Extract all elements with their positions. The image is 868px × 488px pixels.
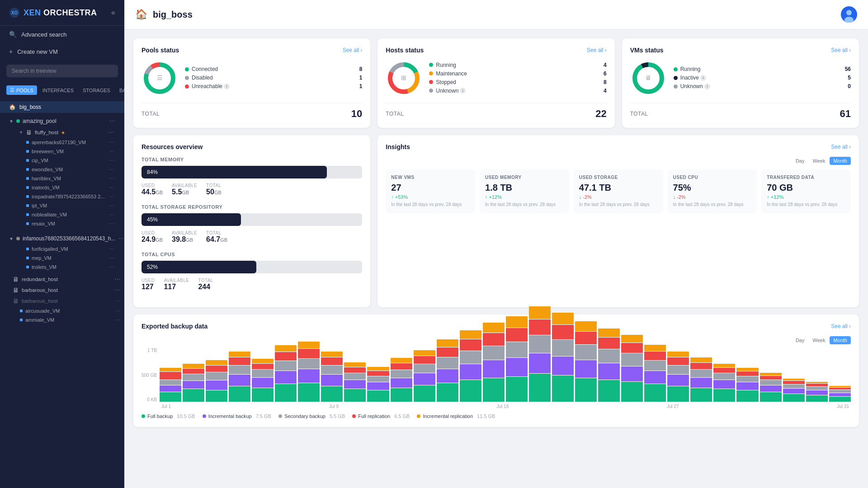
user-avatar[interactable] — [841, 6, 857, 23]
create-vm-item[interactable]: + Create new VM — [0, 43, 124, 60]
vm-more-icon[interactable]: ⋯ — [109, 166, 114, 173]
host-redundant[interactable]: 🖥 redundant_host ⋯ — [0, 274, 124, 285]
vm-ipt[interactable]: ipt_VM⋯ — [6, 201, 118, 210]
vm-ewondles[interactable]: ewondles_VM⋯ — [6, 165, 118, 174]
vm-inspadrate[interactable]: inspadrate789754223366553 2...⋯ — [6, 192, 118, 201]
advanced-search-item[interactable]: 🔍 Advanced search — [0, 26, 124, 43]
trend-up-icon: ↑ — [391, 194, 394, 200]
vm-more-icon[interactable]: ⋯ — [109, 175, 114, 182]
storage-pct-label: 45% — [147, 216, 158, 223]
vm-more-icon[interactable]: ⋯ — [109, 255, 114, 261]
tab-interfaces[interactable]: INTERFACES — [39, 85, 77, 95]
host-more-icon[interactable]: ⋯ — [114, 286, 121, 294]
vm-more-icon[interactable]: ⋯ — [109, 211, 114, 218]
vm-more-icon[interactable]: ⋯ — [109, 221, 114, 227]
pool-amazing_pool-header[interactable]: ▼ amazing_pool ⋯ — [6, 115, 118, 127]
pool-more-icon[interactable]: ⋯ — [118, 235, 124, 242]
vm-mep[interactable]: mep_VM⋯ — [6, 253, 118, 263]
sidebar-collapse-button[interactable]: « — [111, 9, 115, 17]
insights-header: Insights See all › — [386, 143, 851, 150]
info-icon[interactable]: i — [704, 84, 710, 89]
vm-furificigalled[interactable]: furificigalled_VM⋯ — [6, 244, 118, 253]
search-icon: 🔍 — [9, 31, 17, 38]
status-label-vms-unknown: Unknown — [680, 83, 703, 89]
info-icon[interactable]: i — [460, 88, 466, 94]
period-tab-week[interactable]: Week — [809, 336, 829, 344]
vm-noblealilate[interactable]: noblealilate_VM⋯ — [6, 210, 118, 219]
backup-see-all-link[interactable]: See all › — [831, 323, 851, 329]
host-barbarous2[interactable]: 🖥 barbarous_host ⋯ — [0, 296, 124, 306]
vms-status-header: VMs status See all › — [630, 47, 851, 54]
vm-apererbacks[interactable]: apererbacks627190_VM⋯ — [6, 138, 118, 147]
period-tab-week[interactable]: Week — [809, 157, 829, 165]
status-count-unknown: 4 — [604, 88, 607, 94]
storage-used-value: 24.9GB — [142, 235, 163, 244]
vm-breeween[interactable]: breeween_VM⋯ — [6, 147, 118, 156]
pool-status-dot — [16, 237, 20, 240]
legend-dot — [417, 414, 420, 418]
vm-inatords[interactable]: inatords_VM⋯ — [6, 183, 118, 192]
pools-status-title: Pools status — [142, 47, 179, 54]
pools-status-card: Pools status See all › ☰ — [133, 38, 370, 128]
vm-more-icon[interactable]: ⋯ — [109, 264, 114, 270]
legend-label: Incremental backup — [208, 413, 252, 419]
vm-more-icon[interactable]: ⋯ — [109, 139, 114, 145]
vm-status-dot — [26, 204, 29, 207]
vms-see-all-link[interactable]: See all › — [831, 47, 851, 53]
page-title: big_boss — [153, 9, 193, 20]
legend-full-backup: Full backup 10.5 GB — [142, 413, 195, 419]
status-count-inactive: 5 — [848, 75, 851, 81]
memory-total-stat: TOTAL 50GB — [206, 183, 222, 196]
home-item[interactable]: 🏠 big_boss — [0, 101, 124, 113]
insights-see-all-link[interactable]: See all › — [831, 144, 851, 150]
hosts-see-all-link[interactable]: See all › — [587, 47, 607, 53]
vm-harriblex[interactable]: harriblex_VM⋯ — [6, 174, 118, 183]
period-tab-month[interactable]: Month — [830, 157, 851, 165]
tab-pools[interactable]: ☰ POOLS — [6, 85, 37, 95]
tab-backups[interactable]: BACKUPS — [116, 85, 124, 95]
pool-infamous-header[interactable]: ▼ infamous76802533665684120543_h... ⋯ — [6, 233, 118, 244]
vm-ammiale[interactable]: ammiale_VM⋯ — [0, 315, 124, 324]
insight-used-memory-value: 1.8 TB — [485, 183, 564, 193]
vm-status-dot — [26, 213, 29, 216]
period-tab-day[interactable]: Day — [792, 157, 808, 165]
insight-used-storage-desc: In the last 28 days vs prev. 28 days — [579, 202, 658, 208]
period-tab-month[interactable]: Month — [830, 336, 851, 344]
vm-more-icon[interactable]: ⋯ — [109, 148, 114, 155]
status-dot-disabled — [185, 76, 189, 80]
vm-name: mep_VM — [32, 255, 52, 261]
vms-donut-svg: 🖥 — [630, 60, 666, 96]
info-icon[interactable]: i — [224, 84, 230, 89]
vm-more-icon[interactable]: ⋯ — [115, 317, 121, 323]
host-barbarous1[interactable]: 🖥 barbarous_host ⋯ — [0, 285, 124, 296]
vm-status-dot — [26, 266, 29, 268]
pool-more-icon[interactable]: ⋯ — [109, 117, 115, 125]
host-more-icon[interactable]: ⋯ — [108, 129, 114, 136]
search-input[interactable] — [6, 65, 118, 77]
vm-more-icon[interactable]: ⋯ — [109, 246, 114, 252]
vm-more-icon[interactable]: ⋯ — [109, 202, 114, 209]
legend-full-replication: Full replication 6.5 GB — [352, 413, 410, 419]
vm-aircusuade[interactable]: aircusuade_VM⋯ — [0, 306, 124, 315]
vm-troilets[interactable]: troilets_VM⋯ — [6, 263, 118, 272]
tab-storages[interactable]: STORAGES — [79, 85, 114, 95]
vm-resaix[interactable]: resaix_VM⋯ — [6, 219, 118, 228]
xo-logo-icon: XO — [9, 7, 20, 18]
vms-total-label: TOTAL — [630, 111, 648, 117]
pools-see-all-link[interactable]: See all › — [343, 47, 363, 53]
status-row-unknown: Unknown i 4 — [429, 88, 606, 94]
vm-more-icon[interactable]: ⋯ — [109, 157, 114, 164]
available-label: AVAILABLE — [172, 230, 197, 235]
cpus-used-value: 127 — [142, 283, 155, 291]
cpus-used-stat: USED 127 — [142, 278, 155, 291]
vm-more-icon[interactable]: ⋯ — [115, 308, 121, 314]
host-more-icon[interactable]: ⋯ — [114, 297, 121, 305]
vm-more-icon[interactable]: ⋯ — [109, 184, 114, 191]
info-icon[interactable]: i — [700, 75, 706, 81]
vm-cip[interactable]: cip_VM⋯ — [6, 156, 118, 165]
host-more-icon[interactable]: ⋯ — [114, 276, 121, 283]
period-tab-day[interactable]: Day — [792, 336, 808, 344]
vm-more-icon[interactable]: ⋯ — [109, 193, 114, 200]
host-fluffy_host[interactable]: ▼ 🖥 fluffy_host ★ ⋯ — [6, 127, 118, 138]
status-dot-maintenance — [429, 71, 433, 75]
